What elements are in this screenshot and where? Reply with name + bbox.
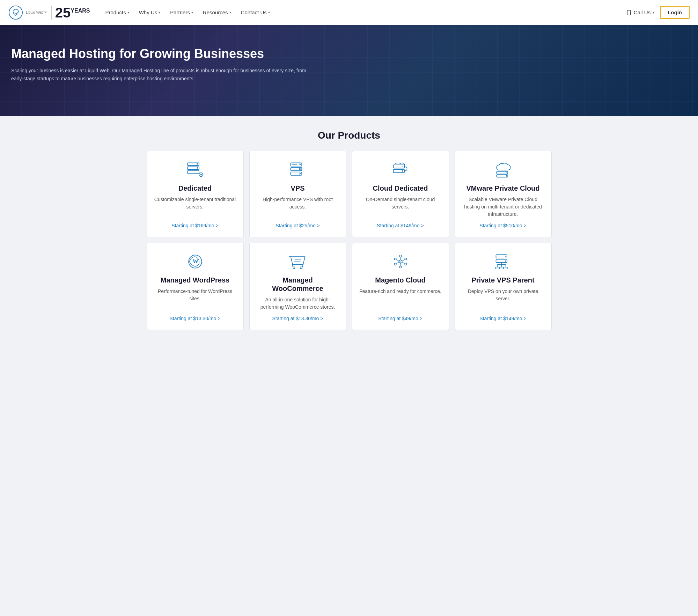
nav-item-partners[interactable]: Partners ▾ — [166, 7, 197, 18]
woocommerce-price[interactable]: Starting at $13.30/mo > — [272, 316, 323, 321]
dedicated-name: Dedicated — [178, 184, 212, 192]
product-card-vmware[interactable]: VMware Private Cloud Scalable VMware Pri… — [455, 151, 552, 237]
product-card-woocommerce[interactable]: Managed WooCommerce An all-in-one soluti… — [249, 243, 346, 330]
chevron-down-icon: ▾ — [127, 10, 129, 14]
svg-point-20 — [402, 166, 403, 167]
svg-line-41 — [402, 262, 404, 264]
nav-item-why-us[interactable]: Why Us ▾ — [135, 7, 165, 18]
svg-point-7 — [197, 163, 198, 165]
private-vps-icon — [493, 253, 514, 270]
wordpress-icon: W — [185, 253, 206, 270]
magento-desc: Feature-rich and ready for commerce. — [359, 288, 441, 311]
products-grid-row1: Dedicated Customizable single-tenant tra… — [147, 151, 552, 237]
years-suffix: YEARS — [71, 7, 90, 13]
chevron-down-icon: ▾ — [191, 10, 193, 14]
svg-rect-5 — [187, 167, 199, 169]
vps-icon — [287, 161, 308, 178]
hero-section: Managed Hosting for Growing Businesses S… — [0, 25, 698, 116]
wordpress-desc: Performance-tuned for WordPress sites. — [154, 288, 236, 311]
logo-icon — [8, 5, 23, 20]
svg-rect-4 — [187, 163, 199, 165]
vmware-price[interactable]: Starting at $510/mo > — [479, 223, 526, 228]
hero-content: Managed Hosting for Growing Businesses S… — [11, 46, 325, 82]
svg-point-21 — [402, 170, 403, 171]
hero-title: Managed Hosting for Growing Businesses — [11, 46, 325, 61]
logo-brand: Liquid Web™ — [26, 10, 47, 14]
svg-point-8 — [197, 167, 198, 169]
dedicated-desc: Customizable single-tenant traditional s… — [154, 196, 236, 218]
product-card-cloud-dedicated[interactable]: Cloud Dedicated On-Demand single-tenant … — [352, 151, 449, 237]
dedicated-price[interactable]: Starting at $169/mo > — [171, 223, 218, 228]
nav-label-contact-us: Contact Us — [241, 9, 267, 15]
cloud-dedicated-name: Cloud Dedicated — [373, 184, 428, 192]
phone-icon — [626, 10, 632, 15]
magento-price[interactable]: Starting at $49/mo > — [378, 316, 422, 321]
svg-line-43 — [396, 262, 398, 264]
nav-right: Call Us ▾ Login — [626, 6, 690, 19]
vmware-name: VMware Private Cloud — [466, 184, 539, 192]
product-card-dedicated[interactable]: Dedicated Customizable single-tenant tra… — [147, 151, 244, 237]
nav-item-resources[interactable]: Resources ▾ — [199, 7, 235, 18]
chevron-down-icon: ▾ — [268, 10, 270, 14]
chevron-down-icon: ▾ — [229, 10, 231, 14]
wordpress-name: Managed WordPress — [161, 276, 229, 284]
nav-links: Products ▾ Why Us ▾ Partners ▾ Resources… — [101, 7, 626, 18]
cloud-dedicated-price[interactable]: Starting at $149/mo > — [377, 223, 424, 228]
vps-name: VPS — [291, 184, 304, 192]
call-us-label: Call Us — [634, 9, 651, 15]
woocommerce-name: Managed WooCommerce — [257, 276, 339, 293]
cloud-dedicated-desc: On-Demand single-tenant cloud servers. — [359, 196, 442, 218]
svg-line-44 — [396, 259, 398, 261]
svg-rect-54 — [499, 267, 503, 269]
svg-rect-6 — [187, 171, 199, 173]
svg-point-13 — [299, 164, 300, 165]
login-button[interactable]: Login — [660, 6, 690, 19]
svg-line-40 — [402, 259, 404, 261]
svg-point-56 — [505, 256, 506, 257]
svg-point-33 — [399, 255, 402, 257]
dedicated-icon — [185, 161, 206, 178]
hero-description: Scaling your business is easier at Liqui… — [11, 67, 311, 82]
product-card-magento[interactable]: $ Magento Cloud Feature-rich and ready f… — [352, 243, 449, 330]
svg-point-25 — [506, 175, 507, 176]
vmware-icon — [493, 161, 514, 178]
cloud-dedicated-icon — [390, 161, 411, 178]
years-number: 25 — [55, 5, 71, 20]
nav-label-products: Products — [105, 9, 126, 15]
magento-name: Magento Cloud — [375, 276, 425, 284]
svg-point-0 — [9, 6, 22, 19]
wordpress-price[interactable]: Starting at $13.30/mo > — [170, 316, 221, 321]
magento-icon: $ — [390, 253, 411, 270]
woocommerce-icon — [287, 253, 308, 270]
svg-point-38 — [394, 258, 396, 260]
svg-point-14 — [299, 168, 300, 170]
svg-point-15 — [299, 173, 300, 174]
logo-years: 25YEARS — [51, 6, 90, 20]
svg-point-36 — [399, 266, 402, 268]
svg-point-1 — [13, 9, 18, 13]
navigation: Liquid Web™ 25YEARS Products ▾ Why Us ▾ … — [0, 0, 698, 25]
product-card-private-vps[interactable]: Private VPS Parent Deploy VPS on your ow… — [455, 243, 552, 330]
products-grid-row2: W Managed WordPress Performance-tuned fo… — [147, 243, 552, 330]
call-us-button[interactable]: Call Us ▾ — [626, 9, 654, 15]
vps-desc: High-performance VPS with root access. — [257, 196, 339, 218]
nav-item-products[interactable]: Products ▾ — [101, 7, 133, 18]
private-vps-price[interactable]: Starting at $149/mo > — [479, 316, 526, 321]
nav-label-resources: Resources — [203, 9, 228, 15]
products-section: Our Products Dedicated Customizable sing… — [0, 116, 698, 344]
logo[interactable]: Liquid Web™ 25YEARS — [8, 5, 90, 20]
product-card-vps[interactable]: VPS High-performance VPS with root acces… — [249, 151, 346, 237]
svg-rect-53 — [495, 267, 499, 269]
private-vps-name: Private VPS Parent — [471, 276, 534, 284]
svg-point-35 — [405, 263, 407, 265]
svg-text:$: $ — [399, 260, 401, 264]
vps-price[interactable]: Starting at $25/mo > — [275, 223, 319, 228]
svg-rect-12 — [291, 172, 302, 175]
svg-point-37 — [394, 263, 396, 265]
nav-item-contact-us[interactable]: Contact Us ▾ — [237, 7, 274, 18]
private-vps-desc: Deploy VPS on your own private server. — [462, 288, 544, 311]
products-section-title: Our Products — [7, 130, 691, 141]
svg-point-24 — [506, 172, 507, 173]
woocommerce-desc: An all-in-one solution for high-performi… — [257, 296, 339, 311]
product-card-wordpress[interactable]: W Managed WordPress Performance-tuned fo… — [147, 243, 244, 330]
